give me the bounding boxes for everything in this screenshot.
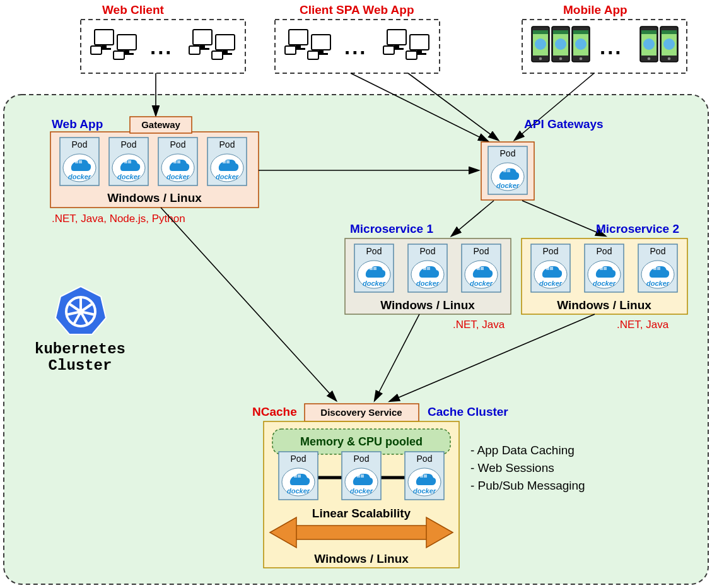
computer-icon bbox=[91, 30, 114, 54]
phone-icon bbox=[532, 26, 549, 62]
pod bbox=[279, 452, 318, 500]
pod bbox=[488, 146, 527, 194]
pod bbox=[462, 244, 501, 292]
k8s-label-2: Cluster bbox=[49, 357, 112, 374]
computer-icon bbox=[189, 30, 212, 54]
discovery-label: Discovery Service bbox=[320, 407, 402, 418]
pooled-label: Memory & CPU pooled bbox=[300, 435, 423, 448]
ms2-title: Microservice 2 bbox=[596, 222, 679, 235]
pod bbox=[342, 452, 381, 500]
webapp-os: Windows / Linux bbox=[107, 191, 202, 204]
cache-cluster-label: Cache Cluster bbox=[428, 405, 508, 418]
cache-bullet-1: - App Data Caching bbox=[470, 444, 575, 457]
pod bbox=[207, 138, 247, 185]
computer-icon bbox=[406, 35, 429, 59]
pod bbox=[109, 138, 148, 185]
pod bbox=[60, 138, 99, 185]
pod bbox=[585, 244, 624, 292]
ncache-label: NCache bbox=[252, 405, 297, 418]
cache-os: Windows / Linux bbox=[314, 552, 409, 565]
computer-icon bbox=[285, 30, 308, 54]
ellipsis: ... bbox=[150, 35, 173, 59]
phone-icon bbox=[572, 26, 590, 62]
api-title: API Gateways bbox=[524, 117, 604, 131]
phone-icon bbox=[640, 26, 658, 62]
pod bbox=[354, 244, 394, 292]
cache-bullet-2: - Web Sessions bbox=[470, 461, 554, 474]
mobile-client-title: Mobile App bbox=[563, 3, 627, 16]
webapp-caption: .NET, Java, Node.js, Python bbox=[52, 213, 185, 225]
ms2-caption: .NET, Java bbox=[617, 319, 669, 331]
computer-icon bbox=[212, 35, 235, 59]
ms2-os: Windows / Linux bbox=[557, 298, 651, 312]
ellipsis: ... bbox=[600, 35, 623, 59]
pod bbox=[531, 244, 570, 292]
k8s-label-1: kubernetes bbox=[35, 341, 125, 358]
ms1-title: Microservice 1 bbox=[350, 222, 433, 235]
cache-bullet-3: - Pub/Sub Messaging bbox=[470, 479, 585, 492]
computer-icon bbox=[308, 35, 330, 59]
ms1-os: Windows / Linux bbox=[380, 298, 475, 312]
pod bbox=[158, 138, 197, 185]
ellipsis: ... bbox=[344, 35, 368, 59]
phone-icon bbox=[552, 26, 569, 62]
pod bbox=[405, 452, 444, 500]
pod bbox=[638, 244, 677, 292]
computer-icon bbox=[114, 35, 136, 59]
phone-icon bbox=[660, 26, 678, 62]
scale-label: Linear Scalability bbox=[312, 507, 411, 520]
web-client-title: Web Client bbox=[102, 3, 164, 16]
pod bbox=[408, 244, 447, 292]
computer-icon bbox=[383, 30, 406, 54]
svg-rect-24 bbox=[289, 526, 434, 539]
ms1-caption: .NET, Java bbox=[453, 319, 505, 331]
webapp-title: Web App bbox=[52, 117, 103, 131]
gateway-label: Gateway bbox=[141, 119, 180, 130]
spa-client-title: Client SPA Web App bbox=[300, 3, 414, 16]
